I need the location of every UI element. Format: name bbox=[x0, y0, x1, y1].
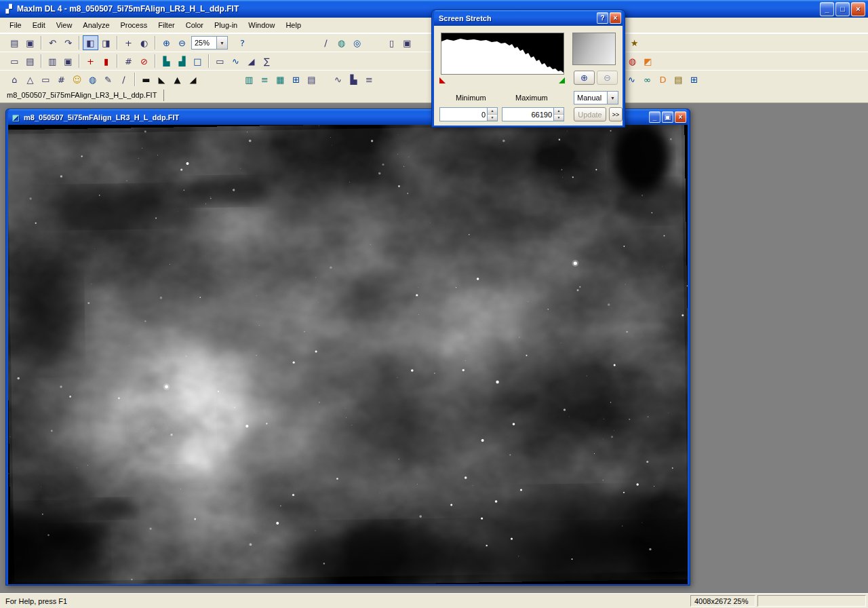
menu-filter[interactable]: Filter bbox=[153, 19, 180, 31]
minimum-down-icon[interactable]: ▼ bbox=[488, 115, 497, 121]
undo-icon[interactable]: ↶ bbox=[45, 35, 60, 50]
zoom-combobox[interactable]: 25% ▼ bbox=[191, 36, 228, 50]
compose-icon[interactable]: ⊞ bbox=[686, 72, 702, 87]
document-tab[interactable]: m8_050507_5i75mFAlign_LR3_H_L_ddp.FIT bbox=[3, 90, 164, 101]
scripts-icon[interactable]: ▤ bbox=[671, 72, 686, 87]
polygon-tool-icon[interactable]: ⌂ bbox=[7, 72, 22, 87]
curve-peak-icon[interactable]: ▲ bbox=[170, 72, 185, 87]
nebula-image[interactable] bbox=[8, 125, 688, 584]
redo-icon[interactable]: ↷ bbox=[60, 35, 76, 50]
zoom-out-icon[interactable]: ⊖ bbox=[174, 35, 190, 50]
maximum-down-icon[interactable]: ▼ bbox=[554, 115, 564, 121]
maximum-marker[interactable] bbox=[559, 77, 565, 83]
sequence-icon[interactable]: ▤ bbox=[22, 54, 38, 69]
triangle-tool-icon[interactable]: △ bbox=[22, 72, 38, 87]
grid-icon[interactable]: # bbox=[54, 72, 69, 87]
histogram-display[interactable] bbox=[441, 33, 564, 75]
screen-stretch-icon[interactable]: ◧ bbox=[83, 35, 98, 50]
minimize-button[interactable]: _ bbox=[820, 2, 834, 16]
levels-icon[interactable]: ▙ bbox=[346, 72, 361, 87]
context-help-icon[interactable]: ? bbox=[235, 35, 250, 50]
histogram-zoom-in-button[interactable]: ⊕ bbox=[574, 71, 595, 85]
globe-icon[interactable]: ◎ bbox=[349, 35, 365, 50]
curve-rise-icon[interactable]: ◣ bbox=[154, 72, 170, 87]
menu-file[interactable]: File bbox=[4, 19, 27, 31]
histogram-tool-icon[interactable]: ▙ bbox=[159, 54, 174, 69]
thermometer-icon[interactable]: ▮ bbox=[98, 54, 114, 69]
plugin-d-icon[interactable]: D bbox=[655, 72, 671, 87]
clone-image-icon[interactable]: ▣ bbox=[399, 35, 415, 50]
rectangle-select-icon[interactable]: ▭ bbox=[212, 54, 228, 69]
save-icon[interactable]: ▣ bbox=[22, 35, 38, 50]
dialog-help-button[interactable]: ? bbox=[597, 12, 608, 24]
graph2-icon[interactable]: ∿ bbox=[624, 72, 639, 87]
update-button[interactable]: Update bbox=[574, 107, 606, 121]
camera-settings-icon[interactable]: ▭ bbox=[7, 54, 22, 69]
unsharp-icon[interactable]: ≡ bbox=[361, 72, 377, 87]
mosaic-icon[interactable]: ⊞ bbox=[288, 72, 304, 87]
information-window-icon[interactable]: ▟ bbox=[174, 54, 190, 69]
dialog-close-button[interactable]: × bbox=[610, 12, 621, 24]
close-button[interactable]: × bbox=[851, 2, 865, 16]
open-icon[interactable]: ▤ bbox=[7, 35, 22, 50]
menu-edit[interactable]: Edit bbox=[27, 19, 51, 31]
quick-stretch-icon[interactable]: ◨ bbox=[98, 35, 114, 50]
curves-icon[interactable]: ∿ bbox=[330, 72, 346, 87]
menu-plugin[interactable]: Plug-in bbox=[209, 19, 243, 31]
image-restore-button[interactable]: ▣ bbox=[662, 111, 673, 123]
annotate-icon[interactable]: ▭ bbox=[38, 72, 54, 87]
network-icon[interactable]: ∞ bbox=[639, 72, 655, 87]
menu-color[interactable]: Color bbox=[180, 19, 209, 31]
document-icon[interactable]: ▥ bbox=[45, 54, 60, 69]
mode-dropdown-arrow-icon[interactable]: ▼ bbox=[607, 92, 618, 104]
combine-icon[interactable]: ≡ bbox=[257, 72, 273, 87]
menu-view[interactable]: View bbox=[51, 19, 78, 31]
pan-tool-icon[interactable]: + bbox=[121, 35, 136, 50]
night-vision-icon[interactable]: ◐ bbox=[136, 35, 152, 50]
globe2-icon[interactable]: ◍ bbox=[85, 72, 100, 87]
image-canvas-area[interactable] bbox=[8, 125, 688, 584]
minimum-input[interactable] bbox=[440, 108, 487, 121]
image-document-window[interactable]: ◩ m8_050507_5i75mFAlign_LR3_H_L_ddp.FIT … bbox=[5, 109, 690, 586]
copy-icon[interactable]: ▣ bbox=[60, 54, 76, 69]
planet-icon[interactable]: ◍ bbox=[334, 35, 349, 50]
palette-icon[interactable]: ◩ bbox=[640, 54, 656, 69]
maximum-input[interactable] bbox=[502, 108, 553, 121]
smiley-icon[interactable]: ☺ bbox=[69, 72, 85, 87]
zoom-in-icon[interactable]: ⊕ bbox=[159, 35, 174, 50]
sigma-combine-icon[interactable]: ∑ bbox=[259, 54, 275, 69]
maximum-up-icon[interactable]: ▲ bbox=[554, 108, 564, 115]
curve-flat-icon[interactable]: ▬ bbox=[138, 72, 154, 87]
run-sequence-icon[interactable]: ★ bbox=[627, 35, 642, 50]
curve-fall-icon[interactable]: ◢ bbox=[185, 72, 201, 87]
stretch-mode-combobox[interactable]: Manual ▼ bbox=[574, 91, 618, 104]
color-stack-icon[interactable]: ▥ bbox=[241, 72, 257, 87]
minimum-up-icon[interactable]: ▲ bbox=[488, 108, 497, 115]
minimum-marker[interactable] bbox=[439, 77, 446, 83]
pushpin-icon[interactable]: ✎ bbox=[100, 72, 116, 87]
batch-icon[interactable]: ▤ bbox=[304, 72, 319, 87]
aperture-icon[interactable]: □ bbox=[190, 54, 205, 69]
dropdown-arrow-icon[interactable]: ▼ bbox=[216, 37, 227, 49]
menu-analyze[interactable]: Analyze bbox=[77, 19, 115, 31]
menu-help[interactable]: Help bbox=[280, 19, 307, 31]
expand-button[interactable]: >> bbox=[609, 107, 623, 121]
screen-stretch-dialog[interactable]: Screen Stretch ? × ⊕ ⊖ Minimum Maximum M… bbox=[431, 10, 625, 128]
line-tool-icon[interactable]: ∕ bbox=[318, 35, 334, 50]
filter-wheel-icon[interactable]: ◍ bbox=[625, 54, 640, 69]
calibration-off-icon[interactable]: ⊘ bbox=[136, 54, 152, 69]
menu-window[interactable]: Window bbox=[243, 19, 280, 31]
graph-window-icon[interactable]: ∿ bbox=[228, 54, 243, 69]
histogram-zoom-out-button[interactable]: ⊖ bbox=[597, 71, 618, 85]
pixel-math-icon[interactable]: # bbox=[121, 54, 136, 69]
align-icon[interactable]: ▦ bbox=[273, 72, 288, 87]
new-buffer-icon[interactable]: ▯ bbox=[384, 35, 399, 50]
image-close-button[interactable]: × bbox=[675, 111, 686, 123]
pen-icon[interactable]: ∕ bbox=[116, 72, 132, 87]
calibration-add-icon[interactable]: + bbox=[83, 54, 98, 69]
slope-icon[interactable]: ◢ bbox=[243, 54, 259, 69]
image-minimize-button[interactable]: _ bbox=[649, 111, 660, 123]
maximize-button[interactable]: □ bbox=[835, 2, 850, 16]
screen-stretch-title-bar[interactable]: Screen Stretch ? × bbox=[434, 10, 623, 26]
menu-process[interactable]: Process bbox=[115, 19, 153, 31]
